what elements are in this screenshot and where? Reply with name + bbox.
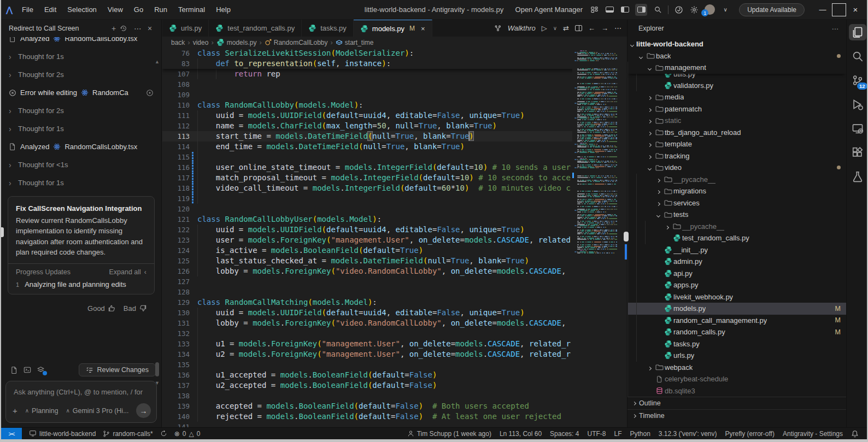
workspace-indicator[interactable]: little-world-backend (29, 430, 96, 438)
agent-conversation-title[interactable]: Redirect to Call Screen (9, 25, 108, 32)
minimize-button[interactable]: — (816, 3, 830, 16)
tab-close-icon[interactable]: × (421, 25, 425, 33)
feedback-good-button[interactable]: Good (87, 304, 116, 313)
context-stack-icon[interactable] (34, 364, 47, 376)
notifications-bell-icon[interactable] (851, 430, 859, 438)
explorer-item-webpack[interactable]: webpack (627, 362, 846, 374)
sash-drag-handle[interactable] (624, 232, 629, 241)
explorer-item-random_calls.py[interactable]: random_calls.pyM (627, 326, 846, 338)
model-selector[interactable]: ∧ Gemini 3 Pro (Hi... (66, 407, 128, 415)
history-icon[interactable] (120, 25, 132, 32)
code-line-127[interactable]: 127 (162, 276, 627, 287)
review-changes-button[interactable]: Review Changes (79, 363, 156, 376)
code-line-76[interactable]: 76class SerializeLivekitSession(ModelSer… (162, 48, 627, 58)
chevron-down-icon[interactable]: ∨ (720, 5, 730, 15)
activitybar-source-control-icon[interactable]: 12 (849, 72, 866, 89)
branch-indicator[interactable]: random-calls* (103, 430, 153, 438)
explorer-item-utils.py[interactable]: utils.py (627, 74, 846, 80)
code-line-118[interactable]: 118 video_call_timeout = models.IntegerF… (162, 183, 627, 193)
feedback-bad-button[interactable]: Bad (124, 304, 147, 313)
run-walkthrough-icon[interactable]: ▷ (542, 24, 547, 32)
explorer-item-tests[interactable]: tests (627, 209, 846, 221)
activitybar-search-icon[interactable] (849, 48, 866, 64)
code-line-124[interactable]: 124 is_active = models.BooleanField(defa… (162, 245, 627, 256)
thought-item[interactable]: ›Thought for 1s (9, 51, 154, 62)
agent-input[interactable] (13, 387, 151, 397)
sync-icon[interactable] (160, 430, 167, 437)
progress-step[interactable]: 1 Analyzing file and planning edits (16, 280, 146, 288)
code-line-136[interactable]: 136 u1_accepted = models.BooleanField(de… (162, 370, 627, 380)
explorer-item-db.sqlite3[interactable]: db.sqlite3 (627, 385, 846, 397)
breadcrumb-RandomCallLobby[interactable]: RandomCallLobby (265, 39, 328, 46)
pyrefly-indicator[interactable]: Pyrefly (error-off) (725, 430, 774, 438)
activitybar-explorer-icon[interactable] (849, 24, 866, 40)
maximize-button[interactable] (832, 3, 846, 16)
thought-item[interactable]: ›Thought for 1s (9, 123, 154, 134)
settings-indicator[interactable]: Antigravity - Settings (783, 430, 843, 438)
explorer-item-tbs_django_auto_reload[interactable]: tbs_django_auto_reload (627, 127, 846, 139)
agent-error-step[interactable]: Error while editingRandomCa (9, 87, 154, 98)
code-line-129[interactable]: 129class RandomCallMatching(models.Model… (162, 297, 627, 308)
code-line-111[interactable]: 111 uuid = models.UUIDField(default=uuid… (162, 110, 627, 121)
explorer-item-test_random_calls.py[interactable]: test_random_calls.py (627, 232, 846, 244)
remote-indicator[interactable]: >< (1, 428, 22, 439)
explorer-item-__pycache__[interactable]: __pycache__ (627, 174, 846, 186)
menu-help[interactable]: Help (212, 3, 235, 16)
mode-selector[interactable]: ∧ Planning (25, 407, 58, 415)
tab-urls.py[interactable]: urls.py (162, 20, 209, 37)
eol-indicator[interactable]: LF (614, 430, 621, 438)
section-timeline[interactable]: Timeline (627, 409, 846, 422)
code-line-138[interactable]: 138 (162, 391, 627, 401)
explorer-item-api.py[interactable]: api.py (627, 268, 846, 280)
section-outline[interactable]: Outline (627, 397, 846, 409)
explorer-item-urls.py[interactable]: urls.py (627, 350, 846, 362)
explorer-item-patenmatch[interactable]: patenmatch (627, 103, 846, 115)
tab-tasks.py[interactable]: tasks.py (302, 20, 354, 37)
shield-icon[interactable] (674, 5, 684, 15)
code-line-125[interactable]: 125 last_status_checked_at = models.Date… (162, 256, 627, 266)
code-line-134[interactable]: 134 u2 = models.ForeignKey("management.U… (162, 349, 627, 360)
breadcrumb-video[interactable]: video (193, 39, 209, 46)
problems-indicator[interactable]: ⊗0 △0 (174, 430, 201, 438)
explorer-item-livekit_webhook.py[interactable]: livekit_webhook.py (627, 291, 846, 303)
split-editor-icon[interactable] (575, 25, 582, 31)
compare-changes-icon[interactable]: ⇄ (563, 24, 569, 32)
code-line-133[interactable]: 133 u1 = models.ForeignKey("management.U… (162, 339, 627, 349)
code-line-141[interactable]: 141 (162, 422, 627, 427)
breadcrumb-back[interactable]: back (171, 39, 185, 46)
code-line-107[interactable]: 107 return rep (162, 69, 627, 79)
panel-right-icon[interactable] (635, 4, 647, 16)
code-line-116[interactable]: 116 user_online_state_timeout = models.I… (162, 162, 627, 173)
breadcrumb-models.py[interactable]: models.py (216, 38, 257, 46)
code-line-120[interactable]: 120 (162, 204, 627, 214)
thought-item[interactable]: ›Thought for 1s (9, 177, 154, 188)
menu-edit[interactable]: Edit (40, 3, 61, 16)
code-line-123[interactable]: 123 user = models.ForeignKey("management… (162, 235, 627, 245)
explorer-item-random_call_management.py[interactable]: random_call_management.pyM (627, 315, 846, 327)
code-line-139[interactable]: 139 accepted = models.BooleanField(defau… (162, 401, 627, 411)
code-editor[interactable]: 107 return rep108109110class RandomCallL… (162, 48, 627, 427)
explorer-item-models.py[interactable]: models.pyM (627, 303, 846, 315)
explorer-item-apps.py[interactable]: apps.py (627, 279, 846, 291)
code-line-132[interactable]: 132 (162, 328, 627, 339)
gear-icon[interactable] (689, 5, 699, 15)
thought-item[interactable]: ›Thought for 2s (9, 69, 154, 80)
update-available-button[interactable]: Update Available (739, 3, 805, 16)
scrollbar-thumb[interactable] (155, 362, 159, 376)
layout-grid-icon[interactable] (589, 5, 599, 15)
tab-models.py[interactable]: models.pyM× (354, 20, 432, 37)
menu-terminal[interactable]: Terminal (174, 3, 209, 16)
code-line-126[interactable]: 126 lobby = models.ForeignKey("video.Ran… (162, 266, 627, 276)
indentation-indicator[interactable]: Spaces: 4 (550, 430, 579, 438)
agent-tool-step[interactable]: AnalyzedRandomCallsLobby.tsx (9, 141, 154, 152)
explorer-item-template[interactable]: template (627, 138, 846, 150)
agent-tool-step[interactable]: AnalyzedRandomCallsLobby.tsx (9, 37, 154, 44)
encoding-indicator[interactable]: UTF-8 (587, 430, 606, 438)
scroll-up-arrow[interactable]: ▲ (155, 59, 160, 64)
code-line-128[interactable]: 128 (162, 287, 627, 297)
scroll-down-arrow[interactable]: ▼ (155, 380, 160, 386)
panel-left-icon[interactable] (620, 5, 630, 15)
tab-test_random_calls.py[interactable]: test_random_calls.py (209, 20, 302, 37)
explorer-item-media[interactable]: media (627, 91, 846, 103)
activitybar-remote-explorer-icon[interactable] (849, 120, 866, 137)
